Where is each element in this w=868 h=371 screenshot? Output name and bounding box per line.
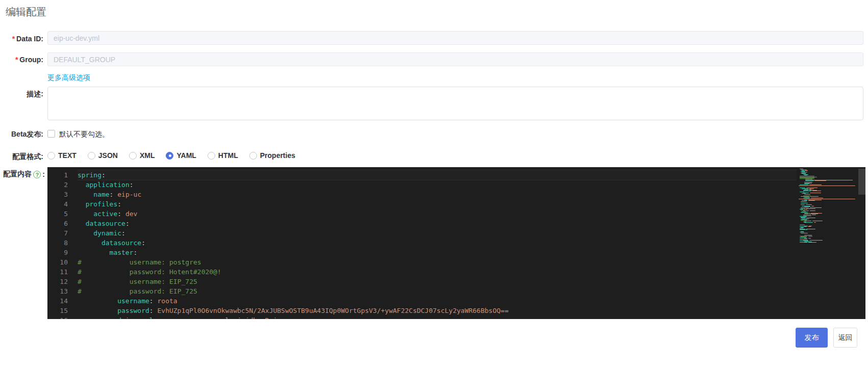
minimap-line <box>810 207 822 208</box>
code-line[interactable]: 4profiles: <box>47 199 797 209</box>
minimap-line <box>801 204 805 205</box>
publish-button[interactable]: 发布 <box>796 328 828 348</box>
code-line[interactable]: 12# username: EIP_725 <box>47 277 797 286</box>
minimap-line <box>800 184 808 185</box>
code-line[interactable]: 13# password: EIP_725 <box>47 286 797 296</box>
editor-scrollbar-thumb[interactable] <box>858 169 865 195</box>
content-label: 配置内容?: <box>0 170 45 179</box>
description-textarea[interactable] <box>47 87 863 120</box>
minimap-line <box>800 209 803 209</box>
minimap-line <box>812 215 816 215</box>
minimap-line <box>814 180 826 181</box>
code-line[interactable]: 7dynamic: <box>47 228 797 238</box>
minimap-line <box>808 200 815 201</box>
line-number: 10 <box>47 257 68 267</box>
help-question-icon[interactable]: ? <box>33 171 41 178</box>
code-line[interactable]: 6datasource: <box>47 219 797 228</box>
line-content: # username: postgres <box>78 257 797 267</box>
minimap-line <box>812 191 821 191</box>
format-radio-json[interactable]: JSON <box>88 151 118 160</box>
radio-label: Properties <box>260 151 295 160</box>
line-content: active: dev <box>78 209 797 219</box>
line-content: driver-class-name: com.mysql.cj.jdbc.Dri… <box>78 315 797 319</box>
code-line[interactable]: 10# username: postgres <box>47 257 797 267</box>
line-number: 7 <box>47 228 68 238</box>
radio-circle-icon <box>88 152 95 160</box>
data-id-input[interactable] <box>47 31 863 45</box>
radio-circle-icon <box>129 152 137 160</box>
minimap-line <box>800 169 803 169</box>
line-content: username: roota <box>78 296 797 306</box>
code-area[interactable]: 1spring:2application:3name: eip-uc4profi… <box>47 170 797 319</box>
code-line[interactable]: 9master: <box>47 248 797 257</box>
radio-label: XML <box>140 151 155 160</box>
description-label: 描述: <box>0 90 43 99</box>
minimap-line <box>806 218 815 218</box>
minimap-line <box>804 222 813 223</box>
minimap-line <box>802 170 804 171</box>
minimap-line <box>812 221 822 221</box>
minimap-line <box>800 192 804 192</box>
line-content: datasource: <box>78 219 797 228</box>
line-content: dynamic: <box>78 228 797 238</box>
minimap-line <box>810 196 819 197</box>
minimap-line <box>810 193 821 193</box>
minimap-line <box>809 184 822 185</box>
back-button[interactable]: 返回 <box>833 328 857 348</box>
radio-circle-icon <box>249 152 257 160</box>
minimap-line <box>800 242 807 243</box>
line-content: # password: EIP_725 <box>78 286 797 296</box>
line-number: 16 <box>47 315 68 319</box>
format-label: 配置格式: <box>0 152 43 162</box>
minimap-line <box>808 226 810 227</box>
beta-checkbox[interactable] <box>47 130 55 138</box>
minimap-line <box>811 206 814 206</box>
code-line[interactable]: 8datasource: <box>47 238 797 248</box>
code-line[interactable]: 5active: dev <box>47 209 797 219</box>
code-line[interactable]: 1spring: <box>47 170 797 180</box>
format-radio-yaml[interactable]: YAML <box>166 151 196 160</box>
minimap-line <box>808 236 812 236</box>
beta-label: Beta发布: <box>0 130 43 139</box>
page-title: 编辑配置 <box>6 5 46 19</box>
radio-label: HTML <box>218 151 238 160</box>
line-number: 11 <box>47 267 68 277</box>
line-number: 15 <box>47 306 68 315</box>
minimap-line <box>801 218 805 218</box>
format-radio-text[interactable]: TEXT <box>47 151 76 160</box>
minimap-line <box>808 238 811 238</box>
line-number: 1 <box>47 170 68 180</box>
minimap-line <box>799 199 855 199</box>
editor-minimap[interactable] <box>797 169 858 317</box>
format-radio-html[interactable]: HTML <box>208 151 238 160</box>
code-line[interactable]: 15password: EvhUZp1qPl0O6vnOkwawbc5N/2Ax… <box>47 306 797 315</box>
code-line[interactable]: 16driver-class-name: com.mysql.cj.jdbc.D… <box>47 315 797 319</box>
minimap-line <box>800 239 807 240</box>
line-number: 14 <box>47 296 68 306</box>
line-number: 3 <box>47 190 68 199</box>
config-content-editor[interactable]: 1spring:2application:3name: eip-uc4profi… <box>47 167 865 319</box>
minimap-line <box>805 170 808 171</box>
code-line[interactable]: 2application: <box>47 180 797 190</box>
minimap-line <box>799 186 855 186</box>
minimap-line <box>806 229 815 229</box>
group-input[interactable] <box>47 52 863 66</box>
minimap-line <box>802 200 807 201</box>
format-radio-properties[interactable]: Properties <box>249 151 295 160</box>
code-line[interactable]: 11# password: Hotent#2020@! <box>47 267 797 277</box>
code-line[interactable]: 3name: eip-uc <box>47 190 797 199</box>
line-number: 6 <box>47 219 68 228</box>
line-content: datasource: <box>78 238 797 248</box>
minimap-line <box>801 201 807 202</box>
minimap-line <box>800 176 814 176</box>
radio-circle-icon <box>208 152 215 160</box>
code-line[interactable]: 14username: roota <box>47 296 797 306</box>
line-number: 13 <box>47 286 68 296</box>
more-advanced-options-link[interactable]: 更多高级选项 <box>47 73 90 83</box>
minimap-line <box>801 207 809 208</box>
line-content: master: <box>78 248 797 257</box>
minimap-line <box>806 204 812 205</box>
minimap-line <box>801 233 808 233</box>
format-radio-xml[interactable]: XML <box>129 151 155 160</box>
minimap-line <box>805 180 814 181</box>
